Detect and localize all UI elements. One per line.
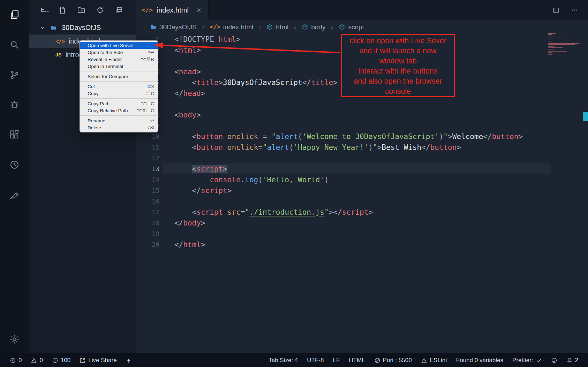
breadcrumb-script[interactable]: script bbox=[339, 23, 364, 31]
status-eol[interactable]: LF bbox=[333, 357, 340, 364]
status-live-share[interactable]: Live Share bbox=[80, 357, 116, 364]
status-language-mode[interactable]: HTML bbox=[349, 357, 365, 364]
status-tab-size[interactable]: Tab Size: 4 bbox=[269, 357, 298, 364]
code-text: </script> bbox=[174, 186, 232, 195]
folder-row-30daysofjs[interactable]: 30DaysOfJS bbox=[29, 21, 136, 35]
code-line[interactable]: 9 bbox=[136, 120, 588, 131]
code-line[interactable]: 16 bbox=[136, 196, 588, 207]
activity-clock-icon[interactable] bbox=[8, 158, 21, 171]
menu-item-shortcut: ⌥⇧⌘C bbox=[137, 108, 154, 113]
split-editor-icon[interactable] bbox=[552, 7, 559, 14]
status-prettier[interactable]: Prettier: bbox=[512, 357, 542, 364]
context-menu-item-rename[interactable]: Rename↩ bbox=[80, 117, 158, 124]
code-line[interactable]: 12 bbox=[136, 153, 588, 163]
code-line[interactable]: 14 console.log('Hello, World') bbox=[136, 174, 588, 185]
activity-pen-edit-icon[interactable] bbox=[8, 188, 21, 201]
line-number[interactable]: 17 bbox=[136, 208, 159, 216]
symbol-cube-icon bbox=[266, 24, 273, 30]
line-number[interactable]: 11 bbox=[136, 144, 159, 151]
minimap-line bbox=[548, 52, 552, 53]
more-actions-icon[interactable] bbox=[571, 7, 578, 14]
minimap-line bbox=[548, 50, 580, 51]
line-number[interactable]: 19 bbox=[136, 230, 159, 237]
breadcrumb-html[interactable]: html bbox=[266, 23, 288, 31]
breadcrumb-body[interactable]: body bbox=[302, 23, 325, 31]
code-line[interactable]: 19 bbox=[136, 228, 588, 239]
close-icon[interactable] bbox=[196, 7, 202, 13]
activity-search-icon[interactable] bbox=[8, 38, 21, 51]
breadcrumb: 30DaysOfJS</>index.htmlhtmlbodyscript bbox=[136, 20, 588, 34]
code-line[interactable]: 15 </script> bbox=[136, 185, 588, 196]
context-menu-item-cut[interactable]: Cut⌘X bbox=[80, 83, 158, 90]
context-menu-item-delete[interactable]: Delete⌫ bbox=[80, 124, 158, 131]
code-line[interactable]: 18</body> bbox=[136, 217, 588, 228]
line-number[interactable]: 20 bbox=[136, 241, 159, 248]
chevron-right-icon bbox=[329, 24, 335, 30]
status-label: UTF-8 bbox=[307, 357, 324, 364]
status-info-count[interactable]: 100 bbox=[52, 357, 70, 364]
context-menu-item-open-with-live-server[interactable]: Open with Live Server bbox=[80, 42, 158, 49]
minimap[interactable] bbox=[548, 33, 580, 55]
status-live-server-port[interactable]: Port : 5500 bbox=[374, 357, 412, 364]
context-menu-item-copy-relative-path[interactable]: Copy Relative Path⌥⇧⌘C bbox=[80, 107, 158, 114]
status-label: Port : 5500 bbox=[383, 357, 412, 364]
line-number[interactable]: 16 bbox=[136, 198, 159, 205]
code-line[interactable]: 7 bbox=[136, 99, 588, 109]
code-line[interactable]: 20</html> bbox=[136, 239, 588, 250]
breadcrumb-30daysofjs[interactable]: 30DaysOfJS bbox=[150, 23, 197, 31]
status-notifications[interactable]: 2 bbox=[566, 357, 578, 364]
status-problems-errors[interactable]: 0 bbox=[10, 357, 22, 364]
line-number[interactable]: 15 bbox=[136, 187, 159, 194]
context-menu-item-open-in-terminal[interactable]: Open in Terminal bbox=[80, 63, 158, 70]
line-number[interactable]: 18 bbox=[136, 219, 159, 227]
context-menu-item-copy[interactable]: Copy⌘C bbox=[80, 90, 158, 97]
status-eslint[interactable]: ESLint bbox=[421, 357, 447, 364]
code-line[interactable]: 17 <script src="./introduction.js"></scr… bbox=[136, 207, 588, 217]
collapse-folders-icon[interactable] bbox=[115, 6, 123, 14]
code-line[interactable]: 10 <button onclick = "alert('Welcome to … bbox=[136, 131, 588, 142]
pen-edit-icon bbox=[9, 189, 20, 200]
line-number[interactable]: 14 bbox=[136, 176, 159, 183]
context-menu-item-copy-path[interactable]: Copy Path⌥⌘C bbox=[80, 100, 158, 107]
settings-gear-icon bbox=[9, 334, 20, 345]
line-number[interactable]: 12 bbox=[136, 154, 159, 162]
status-bar: 00100Live Share Tab Size: 4UTF-8LFHTMLPo… bbox=[0, 353, 588, 367]
status-encoding[interactable]: UTF-8 bbox=[307, 357, 324, 364]
status-problems-warnings[interactable]: 0 bbox=[31, 357, 43, 364]
refresh-icon[interactable] bbox=[96, 6, 104, 14]
status-variables-count[interactable]: Found 0 variables bbox=[456, 357, 503, 364]
new-folder-icon[interactable] bbox=[77, 6, 85, 14]
menu-separator bbox=[80, 98, 158, 99]
activity-extensions-icon[interactable] bbox=[8, 128, 21, 141]
menu-item-shortcut: ⌫ bbox=[148, 125, 154, 130]
menu-item-label: Open with Live Server bbox=[88, 43, 134, 48]
line-number[interactable]: 10 bbox=[136, 133, 159, 140]
activity-debug-icon[interactable] bbox=[8, 98, 21, 111]
breadcrumb-index-html[interactable]: </>index.html bbox=[210, 23, 254, 31]
status-quick-actions[interactable] bbox=[126, 357, 132, 364]
code-line[interactable]: 13 <script> bbox=[136, 163, 588, 174]
activity-source-control-icon[interactable] bbox=[8, 68, 21, 81]
code-line[interactable]: 8<body> bbox=[136, 109, 588, 120]
activity-explorer-icon[interactable] bbox=[8, 8, 21, 21]
code-line[interactable]: 11 <button onclick="alert('Happy New Yea… bbox=[136, 142, 588, 153]
tab-index-html[interactable]: </> index.html bbox=[136, 0, 209, 20]
clock-icon bbox=[9, 159, 20, 170]
context-menu-item-reveal-in-finder[interactable]: Reveal in Finder⌥⌘R bbox=[80, 56, 158, 63]
error-icon bbox=[10, 357, 16, 364]
line-number[interactable]: 13 bbox=[136, 165, 159, 173]
code-text: </body> bbox=[174, 219, 205, 227]
context-menu-item-open-to-the-side[interactable]: Open to the Side^↩ bbox=[80, 49, 158, 56]
html-file-icon: </> bbox=[210, 24, 220, 30]
minimap-line bbox=[548, 44, 575, 45]
menu-item-shortcut: ^↩ bbox=[148, 49, 154, 55]
new-file-icon[interactable] bbox=[58, 6, 67, 14]
status-feedback[interactable] bbox=[551, 357, 557, 364]
chevron-right-icon bbox=[257, 24, 263, 30]
breadcrumb-label: html bbox=[276, 23, 288, 31]
status-label: LF bbox=[333, 357, 340, 364]
warning-triangle-icon bbox=[31, 357, 37, 364]
breadcrumb-label: 30DaysOfJS bbox=[159, 23, 197, 31]
activity-settings-gear-icon[interactable] bbox=[8, 333, 21, 345]
context-menu-item-select-for-compare[interactable]: Select for Compare bbox=[80, 73, 158, 80]
